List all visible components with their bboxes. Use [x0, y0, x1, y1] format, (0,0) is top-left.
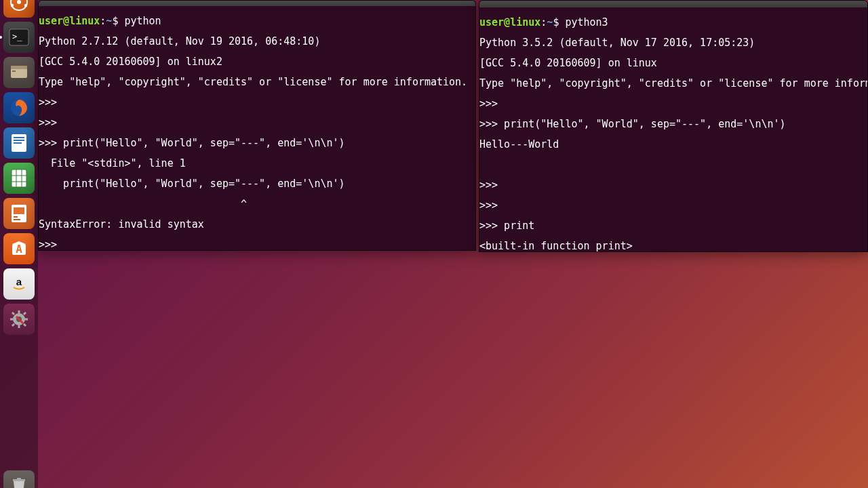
svg-rect-9 [12, 70, 16, 72]
svg-rect-15 [12, 169, 26, 187]
launcher-software-center-icon[interactable]: A [3, 233, 35, 264]
svg-rect-23 [14, 216, 18, 218]
svg-text:a: a [16, 276, 22, 287]
launcher-settings-icon[interactable] [3, 304, 35, 335]
launcher-impress-icon[interactable] [3, 198, 35, 229]
python-header-2: [GCC 5.4.0 20160609] on linux2 [39, 57, 475, 67]
svg-rect-22 [14, 207, 24, 214]
repl-prompt: >>> [39, 240, 475, 250]
repl-prompt: >>> [479, 180, 867, 190]
launcher-calc-icon[interactable] [3, 163, 35, 194]
svg-point-3 [24, 4, 27, 7]
terminal-right-window[interactable]: user@linux:~$ python3 Python 3.5.2 (defa… [479, 0, 868, 252]
cmd-python: python [124, 15, 161, 27]
svg-point-1 [17, 0, 21, 4]
python3-header-2: [GCC 5.4.0 20160609] on linux [479, 58, 867, 68]
repl-input-print: >>> print("Hello", "World", sep="---", e… [479, 119, 867, 129]
svg-rect-14 [14, 142, 22, 144]
repl-input-print: >>> print("Hello", "World", sep="---", e… [39, 138, 475, 148]
svg-rect-8 [11, 66, 27, 69]
traceback-caret: ^ [39, 199, 475, 209]
prompt-user: user@linux [39, 15, 100, 27]
traceback-file: File "<stdin>", line 1 [39, 159, 475, 169]
repl-input-print-name: >>> print [479, 221, 867, 231]
repl-output-hello: Hello---World [479, 140, 867, 150]
repl-output-builtin: <built-in function print> [479, 241, 867, 251]
launcher-dash-icon[interactable] [3, 0, 35, 18]
python3-header-3: Type "help", "copyright", "credits" or "… [479, 79, 867, 89]
launcher-files-icon[interactable] [3, 57, 35, 88]
svg-line-34 [12, 312, 14, 314]
repl-prompt: >>> [39, 118, 475, 128]
cmd-python3: python3 [565, 16, 608, 28]
svg-rect-12 [14, 137, 24, 138]
svg-line-37 [24, 312, 26, 314]
traceback-msg: SyntaxError: invalid syntax [39, 220, 475, 230]
svg-rect-24 [14, 219, 20, 220]
repl-prompt: >>> [479, 99, 867, 109]
svg-line-36 [12, 324, 14, 326]
svg-line-35 [24, 324, 26, 326]
svg-text:A: A [16, 243, 22, 256]
traceback-echo: print("Hello", "World", sep="---", end='… [39, 179, 475, 189]
terminal-left-window[interactable]: user@linux:~$ python Python 2.7.12 (defa… [38, 0, 476, 251]
terminal-right-body[interactable]: user@linux:~$ python3 Python 3.5.2 (defa… [479, 7, 867, 252]
svg-rect-38 [13, 479, 25, 481]
terminal-left-body[interactable]: user@linux:~$ python Python 2.7.12 (defa… [39, 6, 475, 251]
svg-rect-13 [14, 140, 24, 141]
python-header-1: Python 2.7.12 (default, Nov 19 2016, 06:… [39, 37, 475, 47]
launcher: >_ A a [0, 0, 38, 488]
repl-prompt: >>> [39, 98, 475, 108]
repl-prompt: >>> [479, 201, 867, 211]
svg-rect-39 [17, 478, 21, 479]
svg-text:>_: >_ [12, 32, 22, 41]
python-header-3: Type "help", "copyright", "credits" or "… [39, 77, 475, 87]
launcher-trash-icon[interactable] [3, 470, 35, 488]
terminal-right-titlebar[interactable] [479, 1, 867, 7]
launcher-amazon-icon[interactable]: a [3, 268, 35, 300]
launcher-firefox-icon[interactable] [3, 92, 35, 123]
prompt-user: user@linux [479, 16, 540, 28]
terminal-left-titlebar[interactable] [39, 1, 475, 6]
python3-header-1: Python 3.5.2 (default, Nov 17 2016, 17:0… [479, 38, 867, 48]
launcher-writer-icon[interactable] [3, 127, 35, 159]
svg-point-4 [11, 4, 14, 7]
blank-line [479, 160, 867, 170]
launcher-terminal-icon[interactable]: >_ [3, 22, 35, 53]
